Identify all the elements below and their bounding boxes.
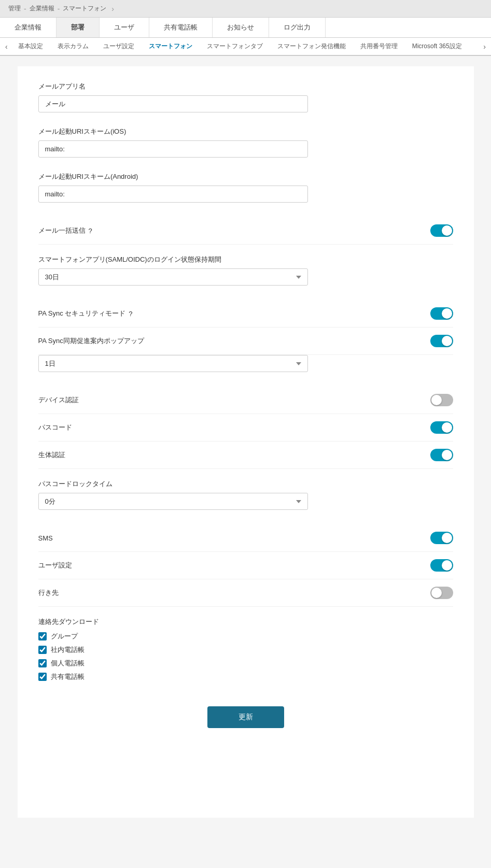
checkbox-internal-input[interactable] bbox=[38, 646, 47, 654]
sms-row: SMS bbox=[38, 524, 453, 552]
checkbox-shared-label: 共有電話帳 bbox=[51, 672, 85, 681]
pa-sync-security-label: PA Sync セキュリティモード ? bbox=[38, 309, 133, 318]
checkbox-group-label: グループ bbox=[51, 632, 78, 641]
passcode-lock-select[interactable]: 0分 1分 3分 5分 10分 15分 30分 bbox=[38, 493, 308, 510]
sub-tab-smartphone-tab[interactable]: スマートフォンタブ bbox=[200, 38, 270, 55]
passcode-label: パスコード bbox=[38, 423, 72, 432]
mail-app-name-section: メールアプリ名 bbox=[38, 82, 453, 112]
login-retention-section: スマートフォンアプリ(SAML/OIDC)のログイン状態保持期間 1日 7日 1… bbox=[38, 255, 453, 286]
mail-uri-ios-input[interactable] bbox=[38, 140, 308, 158]
mail-uri-ios-label: メール起動URIスキーム(iOS) bbox=[38, 127, 453, 136]
user-settings-toggle-row: ユーザ設定 bbox=[38, 552, 453, 579]
pa-sync-popup-label: PA Sync同期促進案内ポップアップ bbox=[38, 336, 144, 346]
sms-label: SMS bbox=[38, 534, 53, 542]
mail-bulk-send-help-icon[interactable]: ? bbox=[89, 227, 92, 235]
pa-sync-security-track bbox=[430, 307, 453, 320]
update-button[interactable]: 更新 bbox=[207, 706, 284, 728]
breadcrumb-item-company: 企業情報 bbox=[30, 4, 54, 13]
mail-uri-ios-section: メール起動URIスキーム(iOS) bbox=[38, 127, 453, 158]
sub-tab-shared-number[interactable]: 共用番号管理 bbox=[353, 38, 405, 55]
checkbox-personal-label: 個人電話帳 bbox=[51, 659, 85, 668]
mail-app-name-label: メールアプリ名 bbox=[38, 82, 453, 91]
pa-sync-security-row: PA Sync セキュリティモード ? bbox=[38, 300, 453, 328]
breadcrumb-sep-1: - bbox=[24, 5, 26, 13]
pa-sync-popup-row: PA Sync同期促進案内ポップアップ bbox=[38, 328, 453, 355]
destination-label: 行き先 bbox=[38, 588, 59, 597]
sub-tab-user-settings[interactable]: ユーザ設定 bbox=[96, 38, 142, 55]
sub-tabs-scroll: 基本設定 表示カラム ユーザ設定 スマートフォン スマートフォンタブ スマートフ… bbox=[11, 38, 481, 55]
checkbox-internal-label: 社内電話帳 bbox=[51, 645, 85, 654]
tab-shared-phonebook[interactable]: 共有電話帳 bbox=[149, 18, 213, 37]
login-retention-label: スマートフォンアプリ(SAML/OIDC)のログイン状態保持期間 bbox=[38, 255, 453, 264]
sms-track bbox=[430, 532, 453, 544]
checkbox-personal[interactable]: 個人電話帳 bbox=[38, 659, 453, 668]
passcode-track bbox=[430, 421, 453, 434]
device-auth-row: デバイス認証 bbox=[38, 387, 453, 414]
sub-tabs-bar: ‹ 基本設定 表示カラム ユーザ設定 スマートフォン スマートフォンタブ スマー… bbox=[0, 38, 491, 56]
sub-tab-ms365[interactable]: Microsoft 365設定 bbox=[405, 38, 469, 55]
breadcrumb: 管理 - 企業情報 - スマートフォン › bbox=[0, 0, 491, 18]
passcode-row: パスコード bbox=[38, 414, 453, 442]
tab-notice[interactable]: お知らせ bbox=[213, 18, 269, 37]
checkbox-personal-input[interactable] bbox=[38, 659, 47, 667]
pa-sync-security-toggle[interactable] bbox=[430, 307, 453, 320]
breadcrumb-chevron: › bbox=[111, 5, 114, 13]
destination-toggle[interactable] bbox=[430, 587, 453, 599]
mail-bulk-send-label: メール一括送信 ? bbox=[38, 226, 92, 235]
sub-tab-smartphone-call[interactable]: スマートフォン発信機能 bbox=[270, 38, 353, 55]
biometric-row: 生体認証 bbox=[38, 442, 453, 469]
breadcrumb-sep-2: - bbox=[58, 5, 60, 13]
mail-bulk-send-row: メール一括送信 ? bbox=[38, 217, 453, 245]
mail-uri-android-section: メール起動URIスキーム(Android) bbox=[38, 172, 453, 203]
biometric-label: 生体認証 bbox=[38, 450, 65, 460]
mail-bulk-send-track bbox=[430, 224, 453, 237]
contact-download-checkboxes: グループ 社内電話帳 個人電話帳 共有電話帳 bbox=[38, 632, 453, 681]
mail-bulk-send-toggle[interactable] bbox=[430, 224, 453, 237]
breadcrumb-item-smartphone: スマートフォン bbox=[63, 4, 106, 13]
device-auth-toggle[interactable] bbox=[430, 394, 453, 406]
user-settings-track bbox=[430, 559, 453, 572]
login-retention-select[interactable]: 1日 7日 14日 30日 60日 90日 bbox=[38, 268, 308, 286]
sub-tab-basic[interactable]: 基本設定 bbox=[11, 38, 50, 55]
destination-row: 行き先 bbox=[38, 579, 453, 607]
user-settings-toggle[interactable] bbox=[430, 559, 453, 572]
main-tabs: 企業情報 部署 ユーザ 共有電話帳 お知らせ ログ出力 bbox=[0, 18, 491, 38]
sub-nav-next[interactable]: › bbox=[480, 40, 489, 53]
device-auth-track bbox=[430, 394, 453, 406]
pa-sync-popup-track bbox=[430, 335, 453, 347]
sub-tab-columns[interactable]: 表示カラム bbox=[50, 38, 96, 55]
passcode-lock-section: パスコードロックタイム 0分 1分 3分 5分 10分 15分 30分 bbox=[38, 479, 453, 510]
device-auth-label: デバイス認証 bbox=[38, 395, 79, 405]
popup-interval-select[interactable]: 1日 3日 7日 14日 30日 bbox=[38, 355, 308, 372]
tab-user[interactable]: ユーザ bbox=[100, 18, 149, 37]
passcode-toggle[interactable] bbox=[430, 421, 453, 434]
pa-sync-popup-toggle[interactable] bbox=[430, 335, 453, 347]
checkbox-group[interactable]: グループ bbox=[38, 632, 453, 641]
breadcrumb-item-manage: 管理 bbox=[8, 4, 21, 13]
popup-interval-section: 1日 3日 7日 14日 30日 bbox=[38, 355, 453, 372]
tab-company[interactable]: 企業情報 bbox=[0, 18, 57, 37]
update-btn-wrap: 更新 bbox=[38, 696, 453, 733]
biometric-toggle[interactable] bbox=[430, 449, 453, 461]
sms-toggle[interactable] bbox=[430, 532, 453, 544]
tab-logout[interactable]: ログ出力 bbox=[269, 18, 326, 37]
destination-track bbox=[430, 587, 453, 599]
pa-sync-security-help-icon[interactable]: ? bbox=[129, 310, 132, 318]
checkbox-shared-input[interactable] bbox=[38, 673, 47, 681]
checkbox-group-input[interactable] bbox=[38, 632, 47, 641]
passcode-lock-label: パスコードロックタイム bbox=[38, 479, 453, 489]
checkbox-shared[interactable]: 共有電話帳 bbox=[38, 672, 453, 681]
sub-nav-prev[interactable]: ‹ bbox=[2, 40, 11, 53]
contact-download-label: 連絡先ダウンロード bbox=[38, 617, 453, 627]
user-settings-toggle-label: ユーザ設定 bbox=[38, 561, 72, 570]
mail-uri-android-label: メール起動URIスキーム(Android) bbox=[38, 172, 453, 181]
mail-uri-android-input[interactable] bbox=[38, 186, 308, 203]
biometric-track bbox=[430, 449, 453, 461]
content-area: メールアプリ名 メール起動URIスキーム(iOS) メール起動URIスキーム(A… bbox=[18, 66, 474, 818]
sub-tab-smartphone[interactable]: スマートフォン bbox=[142, 38, 200, 55]
mail-app-name-input[interactable] bbox=[38, 95, 308, 112]
tab-department[interactable]: 部署 bbox=[57, 18, 100, 37]
contact-download-section: 連絡先ダウンロード グループ 社内電話帳 個人電話帳 共有電話帳 bbox=[38, 617, 453, 681]
checkbox-internal[interactable]: 社内電話帳 bbox=[38, 645, 453, 654]
